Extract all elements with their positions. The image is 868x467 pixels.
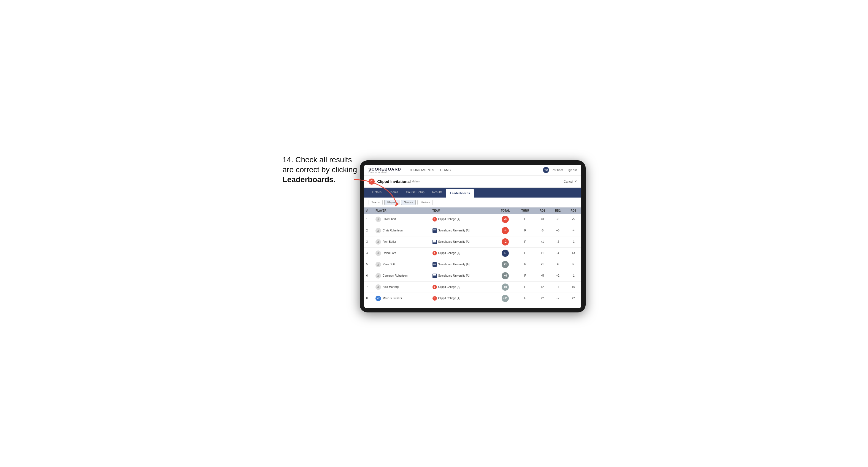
nav-teams[interactable]: TEAMS	[440, 167, 451, 173]
filter-scores[interactable]: Scores	[401, 200, 416, 205]
svg-point-1	[378, 218, 379, 219]
cell-rank: 1	[364, 214, 374, 225]
table-row: 6Cameron RobertsonScoreboard University …	[364, 270, 581, 281]
logo-text: SCOREBOARD	[369, 167, 401, 171]
team-logo-clippd: C	[433, 251, 437, 255]
col-rd1: RD1	[535, 208, 550, 214]
cell-rd3: -1	[565, 236, 581, 247]
cell-rd1: +2	[535, 281, 550, 292]
cell-rd1: +1	[535, 259, 550, 270]
tablet-frame: SCOREBOARD Powered by clippd TOURNAMENTS…	[360, 160, 586, 312]
table-row: 3Rich ButlerScoreboard University [A]-2F…	[364, 236, 581, 247]
table-header-row: # PLAYER TEAM TOTAL THRU RD1 RD2 RD3	[364, 208, 581, 214]
cell-rd2: +5	[550, 225, 565, 236]
team-name: Scoreboard University [A]	[438, 240, 469, 243]
score-badge: +1	[502, 261, 509, 268]
cell-rd2: +2	[550, 270, 565, 281]
cell-thru: F	[516, 281, 534, 292]
cell-rd2: E	[550, 259, 565, 270]
player-name: Elliot Ebert	[383, 218, 396, 221]
cell-player: David Ford	[373, 247, 430, 259]
player-name: David Ford	[383, 252, 396, 255]
nav-tournaments[interactable]: TOURNAMENTS	[409, 167, 434, 173]
team-logo-clippd: C	[433, 217, 437, 221]
filter-bar: Teams Players Scores Strokes	[364, 197, 581, 208]
player-name: Blair McHarg	[383, 285, 399, 288]
col-rank: #	[364, 208, 374, 214]
cell-rd1: +1	[535, 236, 550, 247]
cell-thru: F	[516, 270, 534, 281]
team-name: Clippd College [A]	[438, 252, 460, 255]
team-logo-scoreboard	[433, 240, 437, 244]
cell-rd2: -4	[550, 247, 565, 259]
cell-team: CClippd College [A]	[430, 247, 495, 259]
cell-rd3: +6	[565, 281, 581, 292]
player-avatar	[375, 239, 381, 245]
tournament-badge: (Men)	[412, 180, 420, 183]
cell-total: +11	[495, 292, 516, 304]
cell-rd2: +1	[550, 281, 565, 292]
player-avatar	[375, 262, 381, 267]
team-name: Clippd College [A]	[438, 218, 460, 221]
player-name: Rich Butler	[383, 240, 396, 243]
cell-rank: 6	[364, 270, 374, 281]
leaderboard-table: # PLAYER TEAM TOTAL THRU RD1 RD2 RD3 1El…	[364, 208, 581, 304]
cell-total: +1	[495, 259, 516, 270]
cell-rd3: -5	[565, 214, 581, 225]
tab-details[interactable]: Details	[369, 188, 386, 197]
nav-right: TU Test User | Sign out	[543, 167, 577, 173]
team-name: Clippd College [A]	[438, 285, 460, 288]
player-name: Chris Robertson	[383, 229, 402, 232]
col-team: TEAM	[430, 208, 495, 214]
cell-rd3: +3	[565, 247, 581, 259]
cell-team: Scoreboard University [A]	[430, 225, 495, 236]
cell-rank: 8	[364, 292, 374, 304]
table-row: 8MTMarcus TurnersCClippd College [A]+11F…	[364, 292, 581, 304]
cell-thru: F	[516, 236, 534, 247]
filter-teams[interactable]: Teams	[369, 200, 383, 205]
cell-thru: F	[516, 292, 534, 304]
table-row: 2Chris RobertsonScoreboard University [A…	[364, 225, 581, 236]
tab-course-setup[interactable]: Course Setup	[402, 188, 428, 197]
cell-thru: F	[516, 247, 534, 259]
cell-rd2: -2	[550, 236, 565, 247]
svg-point-2	[378, 229, 379, 230]
filter-players[interactable]: Players	[384, 200, 399, 205]
cell-player: Rich Butler	[373, 236, 430, 247]
user-avatar: TU	[543, 167, 549, 173]
score-badge: +11	[502, 295, 509, 302]
sign-out-link[interactable]: Sign out	[567, 168, 577, 172]
player-avatar	[375, 228, 381, 234]
cell-rank: 4	[364, 247, 374, 259]
cell-player: Elliot Ebert	[373, 214, 430, 225]
player-avatar	[375, 284, 381, 290]
team-logo-scoreboard	[433, 274, 437, 278]
table-row: 1Elliot EbertCClippd College [A]-8F+3-6-…	[364, 214, 581, 225]
score-badge: +9	[502, 283, 509, 291]
cell-team: Scoreboard University [A]	[430, 259, 495, 270]
tournament-title: Clippd Invitational	[377, 179, 411, 184]
cell-rd1: -5	[535, 225, 550, 236]
table-row: 7Blair McHargCClippd College [A]+9F+2+1+…	[364, 281, 581, 292]
tab-leaderboards[interactable]: Leaderboards	[446, 189, 474, 197]
cell-rd3: E	[565, 259, 581, 270]
tab-results[interactable]: Results	[428, 188, 446, 197]
filter-strokes[interactable]: Strokes	[417, 200, 433, 205]
logo-sub: Powered by clippd	[369, 171, 401, 173]
cell-rd3: +2	[565, 292, 581, 304]
table-row: 4David FordCClippd College [A]EF+1-4+3	[364, 247, 581, 259]
col-total: TOTAL	[495, 208, 516, 214]
cancel-button[interactable]: Cancel ✕	[564, 180, 577, 183]
page-wrapper: 14. Check all results are correct by cli…	[283, 155, 586, 312]
svg-point-3	[378, 241, 379, 242]
team-logo-clippd: C	[433, 296, 437, 301]
cell-thru: F	[516, 214, 534, 225]
score-badge: -8	[502, 216, 509, 223]
tab-teams[interactable]: Teams	[385, 188, 402, 197]
col-rd3: RD3	[565, 208, 581, 214]
cell-team: CClippd College [A]	[430, 214, 495, 225]
cell-thru: F	[516, 225, 534, 236]
col-thru: THRU	[516, 208, 534, 214]
cell-team: CClippd College [A]	[430, 281, 495, 292]
cell-player: Cameron Robertson	[373, 270, 430, 281]
